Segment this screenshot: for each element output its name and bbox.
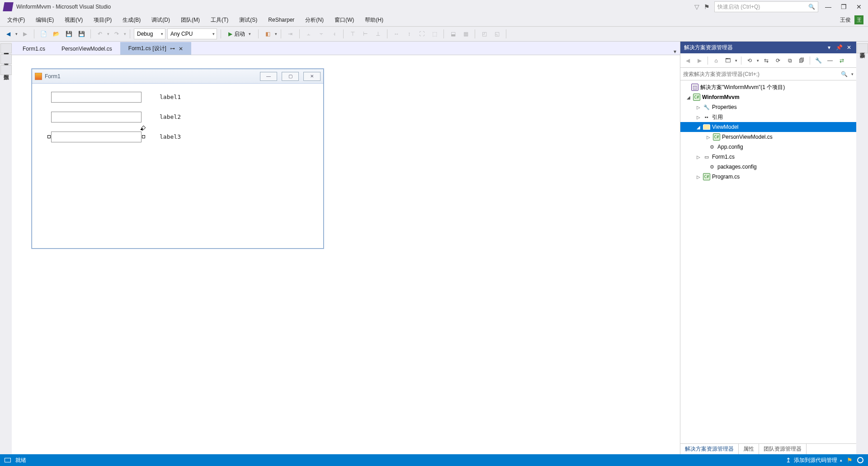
new-project-button[interactable]: 📄 xyxy=(38,28,49,39)
preview-icon[interactable]: — xyxy=(826,56,835,65)
menu-file[interactable]: 文件(F) xyxy=(2,14,30,26)
notifications-status-icon[interactable]: ⚑ xyxy=(847,457,853,464)
size-width-icon: ↔ xyxy=(391,28,402,39)
toolbox-tab[interactable]: 工具箱 xyxy=(0,54,12,64)
panel-close-icon[interactable]: ✕ xyxy=(845,44,853,51)
panel-pin-icon[interactable]: 📌 xyxy=(835,44,843,51)
close-tab-icon[interactable]: ✕ xyxy=(179,46,183,52)
app-config-node[interactable]: ▷ ⚙ App.config xyxy=(680,142,856,152)
menu-view[interactable]: 视图(V) xyxy=(59,14,88,26)
minimize-button[interactable]: — xyxy=(823,3,834,10)
size-both-icon: ⛶ xyxy=(416,28,427,39)
refresh-icon[interactable]: ⟳ xyxy=(774,56,783,65)
status-rect-icon xyxy=(5,458,11,462)
notifications-icon[interactable]: ▽ xyxy=(694,3,699,10)
open-file-button[interactable]: 📂 xyxy=(51,28,61,39)
tab-form1-design[interactable]: Form1.cs [设计] ⊶ ✕ xyxy=(120,42,191,55)
menu-window[interactable]: 窗口(W) xyxy=(329,14,359,26)
properties-node[interactable]: ▷ 🔧 Properties xyxy=(680,102,856,112)
source-control-button[interactable]: ↥ 添加到源代码管理 ▴ xyxy=(786,457,842,464)
menu-resharper[interactable]: ReSharper xyxy=(263,15,300,25)
quick-launch-placeholder: 快速启动 (Ctrl+Q) xyxy=(717,3,760,11)
user-avatar[interactable]: 王 xyxy=(854,15,863,24)
solution-explorer-header: 解决方案资源管理器 ▾ 📌 ✕ xyxy=(680,42,856,53)
align-center-icon: ⫟ xyxy=(316,28,327,39)
label-2[interactable]: label2 xyxy=(160,113,181,120)
user-name[interactable]: 王俊 xyxy=(840,16,851,24)
undo-button[interactable]: ↶ xyxy=(94,28,105,39)
solution-node[interactable]: ▸ ◫ 解决方案"WinformMvvm"(1 个项目) xyxy=(680,82,856,92)
solution-tree[interactable]: ▸ ◫ 解决方案"WinformMvvm"(1 个项目) ◢ C# Winfor… xyxy=(680,80,856,443)
references-node[interactable]: ▷ ▪▪ 引用 xyxy=(680,112,856,122)
tab-personviewmodel[interactable]: PersonViewModel.cs xyxy=(53,42,120,55)
close-button[interactable]: ✕ xyxy=(854,3,864,10)
view-code-icon[interactable]: ⇄ xyxy=(837,56,846,65)
panel-dropdown-icon[interactable]: ▾ xyxy=(826,44,833,51)
project-node[interactable]: ◢ C# WinformMvvm xyxy=(680,92,856,102)
menu-build[interactable]: 生成(B) xyxy=(117,14,146,26)
solution-search-input[interactable] xyxy=(683,69,839,79)
form1-node[interactable]: ▷ ▭ Form1.cs xyxy=(680,152,856,162)
scope-icon[interactable]: 🗔 xyxy=(723,56,732,65)
quick-launch-input[interactable]: 快速启动 (Ctrl+Q) 🔍 xyxy=(714,1,818,12)
menu-project[interactable]: 项目(P) xyxy=(88,14,117,26)
collapse-all-icon[interactable]: ⧉ xyxy=(785,56,794,65)
home-icon[interactable]: ⌂ xyxy=(712,56,721,65)
packages-config-node[interactable]: ▷ ⚙ packages.config xyxy=(680,162,856,172)
references-icon: ▪▪ xyxy=(703,113,710,121)
tab-solution-explorer[interactable]: 解决方案资源管理器 xyxy=(680,444,739,454)
viewmodel-folder-node[interactable]: ◢ ViewModel xyxy=(680,122,856,132)
platform-combo[interactable]: Any CPU xyxy=(167,28,217,39)
selection-handles[interactable]: ▸ xyxy=(49,130,144,144)
feedback-icon[interactable]: ⚑ xyxy=(704,3,710,10)
form-maximize-icon: ▢ xyxy=(282,72,299,81)
redo-button[interactable]: ↷ xyxy=(111,28,122,39)
tab-properties[interactable]: 属性 xyxy=(739,444,759,454)
nav-back-button[interactable]: ◀ xyxy=(3,28,14,39)
person-vm-node[interactable]: ▷ C# PersonViewModel.cs xyxy=(680,132,856,142)
cs-file-icon: C# xyxy=(713,133,720,141)
label-1[interactable]: label1 xyxy=(160,94,181,100)
restore-button[interactable]: ❐ xyxy=(838,3,849,10)
form-title-text: Form1 xyxy=(45,73,255,80)
form-close-icon: ✕ xyxy=(303,72,321,81)
server-explorer-tab[interactable]: 服务器资源管理器 xyxy=(0,43,12,53)
tab-form1-cs[interactable]: Form1.cs xyxy=(14,42,53,55)
label-3[interactable]: label3 xyxy=(160,133,181,140)
wrench-icon: 🔧 xyxy=(703,104,710,111)
program-node[interactable]: ▷ C# Program.cs xyxy=(680,172,856,182)
sync-icon[interactable]: ⇆ xyxy=(762,56,771,65)
menu-help[interactable]: 帮助(H) xyxy=(359,14,389,26)
solution-search[interactable]: 🔍 ▾ xyxy=(680,68,856,80)
menu-team[interactable]: 团队(M) xyxy=(175,14,205,26)
form-client-area[interactable]: label1 label2 ▸ label3 xyxy=(35,86,321,245)
data-sources-tab[interactable]: 数据源 xyxy=(0,65,12,75)
form1-window[interactable]: Form1 — ▢ ✕ label1 label2 ▸ xyxy=(32,69,324,249)
textbox-2[interactable] xyxy=(51,112,142,122)
resharper-icon[interactable]: ◧ xyxy=(262,28,273,39)
pending-changes-icon[interactable]: ⟲ xyxy=(745,56,754,65)
menu-analyze[interactable]: 分析(N) xyxy=(300,14,329,26)
diagnostic-tools-tab[interactable]: 诊断工具 xyxy=(857,43,868,53)
textbox-1[interactable] xyxy=(51,92,142,103)
form-designer-surface[interactable]: Form1 — ▢ ✕ label1 label2 ▸ xyxy=(12,55,680,454)
menu-debug[interactable]: 调试(D) xyxy=(146,14,175,26)
search-icon[interactable]: 🔍 xyxy=(839,71,849,77)
menu-edit[interactable]: 编辑(E) xyxy=(30,14,59,26)
save-button[interactable]: 💾 xyxy=(63,28,74,39)
nav-forward-button[interactable]: ▶ xyxy=(19,28,30,39)
back-icon[interactable]: ◀ xyxy=(683,56,692,65)
grid-icon: ▦ xyxy=(460,28,471,39)
pin-icon[interactable]: ⊶ xyxy=(170,46,175,52)
save-all-button[interactable]: 💾 xyxy=(76,28,87,39)
config-combo[interactable]: Debug xyxy=(134,28,165,39)
menu-test[interactable]: 测试(S) xyxy=(234,14,263,26)
start-debug-button[interactable]: ▶ 启动 ▾ xyxy=(225,28,255,39)
tab-team-explorer[interactable]: 团队资源管理器 xyxy=(759,444,807,454)
menu-tools[interactable]: 工具(T) xyxy=(205,14,234,26)
tabs-overflow-icon[interactable]: ▾ xyxy=(670,48,680,55)
properties-icon[interactable]: 🔧 xyxy=(814,56,823,65)
show-all-files-icon[interactable]: 🗐 xyxy=(797,56,806,65)
forward-icon[interactable]: ▶ xyxy=(695,56,704,65)
search-options-icon[interactable]: ▾ xyxy=(849,72,854,76)
